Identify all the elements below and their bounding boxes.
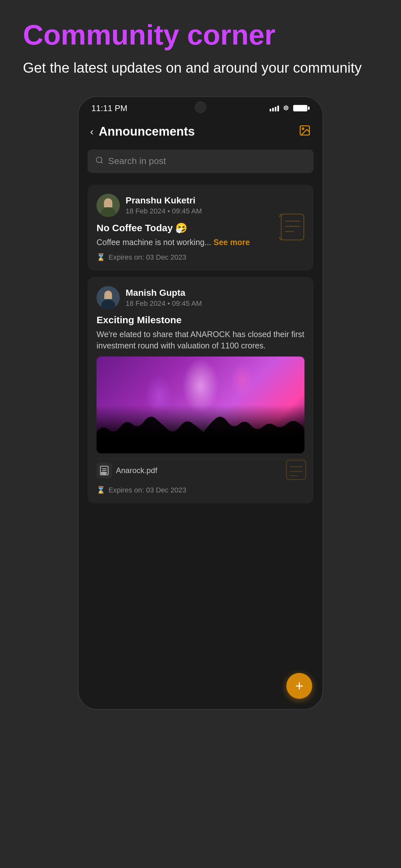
hourglass-icon-2: ⌛	[96, 486, 105, 494]
post-1-body-text: Coffee machine is not working...	[96, 238, 211, 247]
pdf-attachment[interactable]: PDF Anarock.pdf	[96, 459, 305, 482]
post-2-expiry-row: ⌛ Expires on: 03 Dec 2023	[96, 486, 305, 494]
post-1-author-info: Pranshu Kuketri 18 Feb 2024 • 09:45 AM	[126, 195, 202, 215]
svg-point-2	[96, 157, 102, 162]
phone-mockup: 11:11 PM ☸ ‹ Announcements	[78, 96, 323, 710]
page-title: Community corner	[23, 20, 378, 51]
post-2-title: Exciting Milestone	[96, 314, 305, 326]
pdf-icon: PDF	[96, 463, 112, 478]
posts-container: Pranshu Kuketri 18 Feb 2024 • 09:45 AM N…	[79, 178, 322, 510]
post-2-author-row: Manish Gupta 18 Feb 2024 • 09:45 AM	[96, 286, 305, 309]
hourglass-icon-1: ⌛	[96, 253, 105, 261]
post-1-body: Coffee machine is not working... See mor…	[96, 237, 305, 248]
post-1-title: No Coffee Today 🤧	[96, 222, 305, 234]
status-icons: ☸	[270, 104, 310, 113]
page-header: Community corner Get the latest updates …	[23, 20, 378, 77]
svg-rect-21	[286, 460, 306, 479]
svg-rect-14	[104, 296, 112, 299]
svg-line-3	[101, 162, 103, 163]
page-subtitle: Get the latest updates on and around you…	[23, 58, 378, 77]
post-1-expiry: Expires on: 03 Dec 2023	[109, 253, 186, 261]
wifi-icon: ☸	[283, 104, 289, 113]
avatar-pranshu	[96, 194, 120, 217]
scroll-icon	[278, 211, 307, 243]
svg-rect-8	[281, 214, 304, 240]
post-1-author-name: Pranshu Kuketri	[126, 195, 202, 206]
svg-rect-7	[104, 204, 112, 207]
camera-notch	[195, 101, 206, 113]
header-left: ‹ Announcements	[90, 125, 195, 138]
gallery-icon[interactable]	[299, 124, 311, 139]
fab-button[interactable]: +	[286, 673, 312, 699]
post-1-decoration	[278, 211, 307, 244]
post-1-see-more[interactable]: See more	[213, 238, 250, 247]
pdf-name: Anarock.pdf	[116, 466, 157, 475]
post-2-image	[96, 356, 305, 454]
status-time: 11:11 PM	[91, 103, 127, 113]
search-placeholder: Search in post	[108, 156, 166, 166]
post-2-decoration	[283, 457, 309, 484]
post-card-1[interactable]: Pranshu Kuketri 18 Feb 2024 • 09:45 AM N…	[88, 185, 313, 271]
post-2-date: 18 Feb 2024 • 09:45 AM	[126, 299, 202, 308]
crowd-hands-svg	[96, 400, 305, 454]
post-1-author-row: Pranshu Kuketri 18 Feb 2024 • 09:45 AM	[96, 194, 305, 217]
search-container: Search in post	[79, 144, 322, 178]
post-card-2[interactable]: Manish Gupta 18 Feb 2024 • 09:45 AM Exci…	[88, 277, 313, 503]
back-button[interactable]: ‹	[90, 126, 94, 137]
signal-icon	[270, 105, 279, 112]
post-2-body: We're elated to share that ANAROCK has c…	[96, 329, 305, 351]
avatar-manish	[96, 286, 120, 309]
svg-text:PDF: PDF	[101, 472, 106, 475]
post-1-date: 18 Feb 2024 • 09:45 AM	[126, 207, 202, 215]
post-2-author-info: Manish Gupta 18 Feb 2024 • 09:45 AM	[126, 288, 202, 308]
battery-icon	[293, 105, 310, 112]
post-2-expiry: Expires on: 03 Dec 2023	[109, 486, 186, 494]
search-icon	[95, 156, 104, 166]
screen-title: Announcements	[99, 125, 195, 138]
post-2-author-name: Manish Gupta	[126, 288, 202, 298]
search-bar[interactable]: Search in post	[88, 150, 313, 173]
post-1-expiry-row: ⌛ Expires on: 03 Dec 2023	[96, 253, 305, 261]
slide-icon	[283, 457, 309, 483]
fab-label: +	[295, 678, 304, 694]
svg-point-1	[302, 128, 304, 129]
app-header: ‹ Announcements	[79, 117, 322, 144]
